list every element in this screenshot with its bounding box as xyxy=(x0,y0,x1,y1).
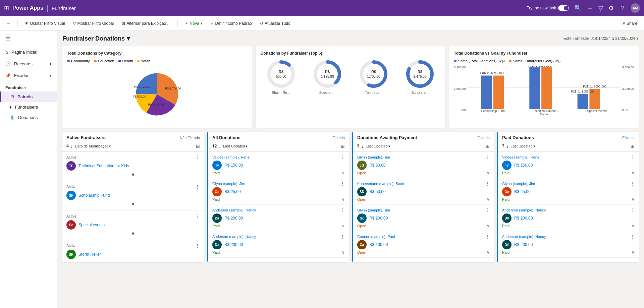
sidebar-item-donations[interactable]: 💲 Donations xyxy=(0,112,57,123)
fundraiser-item-te: Active ⋮ TE Technical Education for Kids… xyxy=(62,152,204,181)
kebab-await-0[interactable]: ⋮ xyxy=(485,155,490,160)
sort-button-paid[interactable]: Last Updated ▾ xyxy=(511,144,535,148)
paid-amount-1[interactable]: R$ 25,00 xyxy=(514,189,531,194)
paid-donor-3[interactable]: Anderson (sample), Nancy xyxy=(502,235,546,239)
dashboard-title: Fundraiser Donations ▾ xyxy=(62,35,130,42)
sort-button-all[interactable]: Last Updated ▾ xyxy=(223,144,248,148)
await-amount-3[interactable]: R$ 100,00 xyxy=(369,242,388,247)
kebab-all-2[interactable]: ⋮ xyxy=(340,207,345,213)
expand-await-1[interactable]: ∨ xyxy=(487,197,490,202)
share-button[interactable]: ↗ Share xyxy=(619,20,640,27)
await-donor-2[interactable]: Glynn (sample), Jim xyxy=(357,208,390,212)
show-global-filter-button[interactable]: ▽ Mostrar Filtro Global xyxy=(70,20,116,27)
fundraiser-name-se[interactable]: Special events xyxy=(78,223,105,227)
kebab-await-2[interactable]: ⋮ xyxy=(485,207,490,213)
hide-visual-filter-button[interactable]: 👁 Ocultar Filtro Visual xyxy=(22,20,67,27)
await-amount-0[interactable]: R$ 50,00 xyxy=(369,163,386,168)
refresh-button[interactable]: ↺ Atualizar Tudo xyxy=(257,20,293,27)
grid-menu-icon[interactable]: ⊞ xyxy=(4,4,9,12)
await-donor-3[interactable]: Cannon (sample), Paul xyxy=(357,235,395,239)
expand-paid-2[interactable]: ∨ xyxy=(632,224,635,228)
kebab-await-3[interactable]: ⋮ xyxy=(485,234,490,239)
paid-amount-2[interactable]: R$ 200,00 xyxy=(514,216,533,221)
expand-all-1[interactable]: ∨ xyxy=(342,197,345,202)
amount-all-1[interactable]: R$ 25,00 xyxy=(224,189,241,194)
kebab-paid-2[interactable]: ⋮ xyxy=(630,207,635,213)
date-chevron-down-icon[interactable]: ▾ xyxy=(637,36,639,41)
fundraiser-expand-te[interactable]: ∨ xyxy=(66,171,200,178)
kebab-se[interactable]: ⋮ xyxy=(195,213,200,219)
paid-donor-2[interactable]: Anderson (sample), Nancy xyxy=(502,208,546,212)
panel-all-subheader: 12 ↓ Last Updated ▾ ⊞ xyxy=(208,142,349,152)
sidebar-item-recentes[interactable]: 🕐 Recentes ▾ xyxy=(0,58,57,70)
donut-scholars-svg: R$ 2.475,00 xyxy=(405,59,435,89)
kebab-all-0[interactable]: ⋮ xyxy=(340,155,345,160)
amount-all-3[interactable]: R$ 200,00 xyxy=(224,242,243,247)
expand-await-0[interactable]: ∨ xyxy=(487,171,490,175)
kebab-te[interactable]: ⋮ xyxy=(195,155,200,160)
amount-all-2[interactable]: R$ 200,00 xyxy=(224,216,243,221)
amount-all-0[interactable]: R$ 150,00 xyxy=(224,163,243,168)
kebab-sr[interactable]: ⋮ xyxy=(195,243,200,248)
filter-icon[interactable]: ▽ xyxy=(598,4,603,12)
kebab-sf[interactable]: ⋮ xyxy=(195,184,200,189)
legend-youth: Youth xyxy=(137,59,150,63)
add-icon[interactable]: ＋ xyxy=(587,4,593,12)
kebab-all-3[interactable]: ⋮ xyxy=(340,234,345,239)
set-default-button[interactable]: ✓ Definir como Padrão xyxy=(208,20,255,27)
sidebar-hamburger[interactable]: ☰ xyxy=(0,32,57,46)
grid-view-icon-all[interactable]: ⊞ xyxy=(341,143,345,149)
back-button[interactable]: ← xyxy=(4,20,13,27)
expand-all-2[interactable]: ∨ xyxy=(342,224,345,228)
await-amount-2[interactable]: R$ 200,00 xyxy=(369,216,388,221)
fundraiser-name-te[interactable]: Technical Education for Kids xyxy=(78,164,129,168)
donor-name-all-3[interactable]: Anderson (sample), Nancy xyxy=(212,235,256,239)
expand-all-3[interactable]: ∨ xyxy=(342,250,345,255)
sort-button-active[interactable]: Data de Modificação ▾ xyxy=(75,144,111,148)
paid-donor-0[interactable]: Valdes (sample), Rene xyxy=(502,155,539,159)
try-new-look-toggle[interactable]: Try the new look xyxy=(527,5,569,11)
grid-view-icon-paid[interactable]: ⊞ xyxy=(631,143,635,149)
grid-view-icon-await[interactable]: ⊞ xyxy=(486,143,490,149)
sidebar-item-paineis[interactable]: ⊞ Painéis xyxy=(0,91,57,102)
kebab-await-1[interactable]: ⋮ xyxy=(485,181,490,186)
settings-icon[interactable]: ⚙ xyxy=(608,4,614,12)
donor-name-all-2[interactable]: Anderson (sample), Nancy xyxy=(212,208,256,212)
sidebar-item-fundraisers[interactable]: ♦ Fundraisers xyxy=(0,102,57,112)
title-chevron-down-icon[interactable]: ▾ xyxy=(127,35,130,42)
kebab-all-1[interactable]: ⋮ xyxy=(340,181,345,186)
paid-amount-3[interactable]: R$ 200,00 xyxy=(514,242,533,247)
expand-paid-3[interactable]: ∨ xyxy=(632,250,635,255)
fundraiser-name-sf[interactable]: Scholarship Fund xyxy=(78,193,110,198)
expand-await-3[interactable]: ∨ xyxy=(487,250,490,255)
expand-all-0[interactable]: ∨ xyxy=(342,171,345,175)
fundraiser-expand-sf[interactable]: ∨ xyxy=(66,200,200,208)
switch-view-button[interactable]: ⊡ Alternar para Exibição ... xyxy=(119,20,173,27)
donor-name-all-1[interactable]: Glynn (sample), Jim xyxy=(212,182,245,186)
fundraiser-expand-se[interactable]: ∨ xyxy=(66,230,200,237)
grid-view-icon-active[interactable]: ⊞ xyxy=(196,143,200,149)
kebab-paid-1[interactable]: ⋮ xyxy=(630,181,635,186)
expand-paid-0[interactable]: ∨ xyxy=(632,171,635,175)
kebab-paid-3[interactable]: ⋮ xyxy=(630,234,635,239)
await-amount-1[interactable]: R$ 50,00 xyxy=(369,189,386,194)
avatar-te: TE xyxy=(66,161,76,171)
user-avatar[interactable]: AM xyxy=(631,3,640,13)
paid-donor-1[interactable]: Glynn (sample), Jim xyxy=(502,182,535,186)
new-button[interactable]: ＋ Nova ▾ xyxy=(182,19,205,27)
donor-name-all-0[interactable]: Valdes (sample), Rene xyxy=(212,155,250,159)
sort-button-await[interactable]: Last Updated ▾ xyxy=(366,144,390,148)
help-icon[interactable]: ？ xyxy=(619,4,625,12)
await-donor-0[interactable]: Glynn (sample), Jim xyxy=(357,155,390,159)
expand-paid-1[interactable]: ∨ xyxy=(632,197,635,202)
toggle-switch[interactable] xyxy=(558,5,569,11)
kebab-paid-0[interactable]: ⋮ xyxy=(630,155,635,160)
paid-amount-0[interactable]: R$ 150,00 xyxy=(514,163,533,168)
sidebar-item-fixados[interactable]: 📌 Fixados ▾ xyxy=(0,70,57,81)
expand-await-2[interactable]: ∨ xyxy=(487,224,490,228)
search-icon[interactable]: 🔍 xyxy=(574,4,582,12)
paid-status-3: Paid xyxy=(502,250,509,254)
fundraiser-name-sr[interactable]: Storm Relief xyxy=(78,252,101,257)
await-donor-1[interactable]: Konersmann (sample), Scott xyxy=(357,182,404,186)
sidebar-item-home[interactable]: ⌂ Página Inicial xyxy=(0,46,57,58)
